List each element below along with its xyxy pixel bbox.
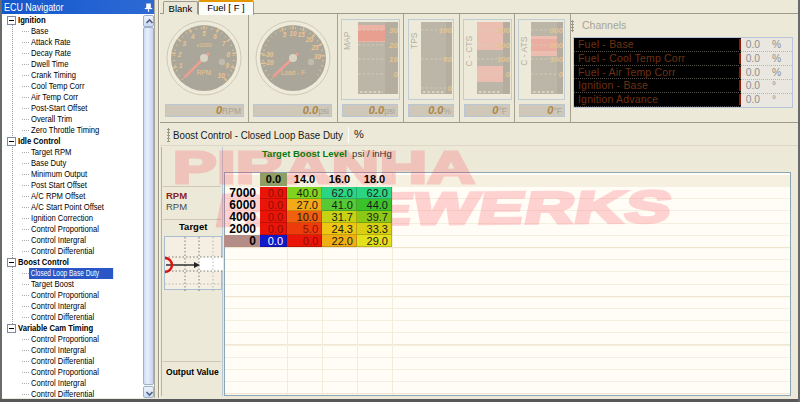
svg-text:10: 10	[218, 72, 226, 79]
svg-text:4: 4	[190, 33, 195, 40]
svg-text:x1000: x1000	[197, 42, 212, 48]
svg-text:Load - F: Load - F	[281, 69, 305, 76]
svg-text:200: 200	[549, 41, 564, 50]
svg-text:200: 200	[496, 41, 511, 50]
svg-text:100: 100	[497, 55, 511, 64]
svg-text:MAP: MAP	[342, 31, 352, 50]
svg-text:6: 6	[213, 33, 217, 40]
svg-text:8: 8	[226, 51, 230, 58]
svg-text:10: 10	[289, 30, 297, 37]
svg-text:10: 10	[389, 55, 398, 64]
svg-text:TPS: TPS	[409, 32, 419, 49]
svg-text:RPM: RPM	[197, 69, 211, 76]
svg-text:5: 5	[283, 31, 287, 38]
svg-text:2: 2	[177, 51, 182, 58]
svg-text:100: 100	[439, 26, 453, 35]
svg-text:300: 300	[497, 26, 511, 35]
svg-text:20: 20	[305, 36, 314, 43]
svg-text:0: 0	[448, 84, 453, 93]
svg-text:50: 50	[443, 55, 452, 64]
svg-text:C - CTS: C - CTS	[464, 36, 474, 67]
svg-text:30: 30	[389, 26, 398, 35]
svg-text:0: 0	[559, 70, 564, 79]
svg-text:3: 3	[182, 40, 186, 47]
svg-text:-20: -20	[264, 59, 274, 66]
svg-text:5: 5	[202, 30, 206, 37]
svg-text:100: 100	[550, 55, 564, 64]
svg-text:0: 0	[394, 70, 399, 79]
svg-text:25: 25	[311, 44, 320, 51]
svg-text:20: 20	[388, 41, 398, 50]
svg-text:0: 0	[506, 70, 511, 79]
svg-text:1: 1	[179, 62, 183, 69]
svg-text:7: 7	[222, 40, 226, 47]
svg-text:300: 300	[550, 26, 564, 35]
svg-text:9: 9	[226, 62, 230, 69]
svg-text:C - ATS: C - ATS	[519, 36, 529, 65]
svg-text:30: 30	[314, 53, 322, 60]
svg-text:15: 15	[298, 31, 306, 38]
svg-text:-30: -30	[264, 51, 274, 58]
